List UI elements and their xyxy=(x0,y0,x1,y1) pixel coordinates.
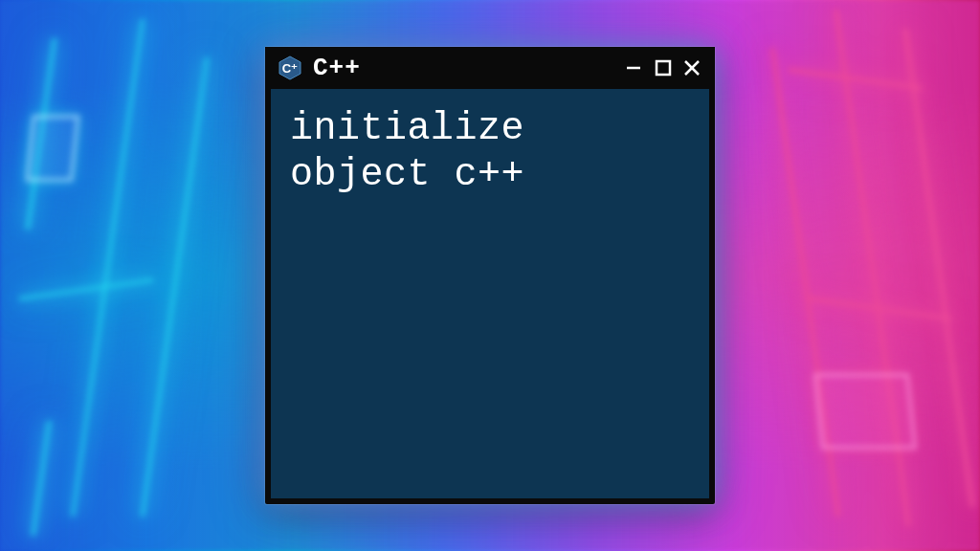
window-title: C++ xyxy=(313,54,613,82)
titlebar[interactable]: C⁺ C++ xyxy=(265,47,715,89)
terminal-body[interactable]: initialize object c++ xyxy=(271,89,709,498)
window-controls xyxy=(623,56,703,79)
maximize-button[interactable] xyxy=(652,56,675,79)
svg-rect-3 xyxy=(657,61,670,75)
background-neon-right xyxy=(712,0,980,551)
terminal-window: C⁺ C++ initialize object c++ xyxy=(265,47,715,504)
minimize-button[interactable] xyxy=(623,56,646,79)
svg-text:C⁺: C⁺ xyxy=(282,61,298,76)
terminal-text: initialize object c++ xyxy=(290,106,690,198)
cpp-logo-icon: C⁺ xyxy=(277,55,303,81)
background-neon-left xyxy=(0,0,268,551)
close-button[interactable] xyxy=(680,56,703,79)
